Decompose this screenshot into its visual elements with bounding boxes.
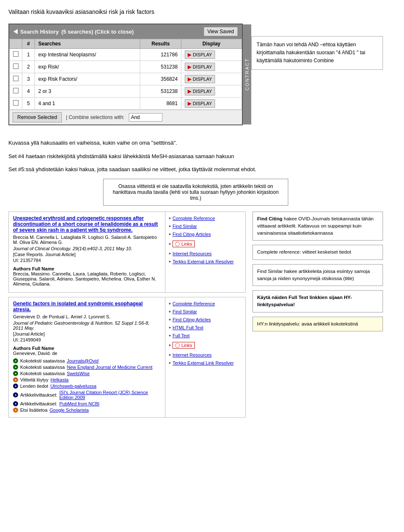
link-type-icon: ● [13,384,18,389]
link-url[interactable]: PubMed from NCBI [59,401,99,406]
right-link[interactable]: Internet Resources [173,352,212,357]
article-1-authors-label: Authors Full Name [13,266,161,271]
combine-input[interactable] [129,113,162,122]
article-2-ui: UI: 21499049 [13,337,161,342]
right-link-item[interactable]: • Find Similar [169,223,242,229]
bullet-icon: • [169,241,171,247]
link-item[interactable]: ● Kokoteksti saatavissa New England Jour… [13,365,161,370]
display-button[interactable]: ▶ DISPLAY [185,63,215,71]
row-checkbox[interactable] [13,88,19,93]
row-checkbox[interactable] [13,76,19,81]
complete-ref-callout: Complete reference: viitteet keskeiset t… [252,245,383,259]
link-url[interactable]: New England Journal of Medicine Current [67,365,153,370]
right-link-item[interactable]: • Complete Reference [169,301,242,307]
search-history-table: # Searches Results Display 1 exp Intesti… [9,39,242,110]
links-item[interactable]: • ◯ Links [169,239,242,249]
right-link-item[interactable]: • Terkko External Link Resolver [169,259,242,265]
article-1-title[interactable]: Unexpected erythroid and cytogenetic res… [13,215,161,233]
links-badge[interactable]: ◯ Links [173,342,195,349]
right-link[interactable]: Terkko External Link Resolver [173,360,234,365]
link-text-label: Etsi lisätietoa [20,408,48,413]
right-link[interactable]: Find Citing Articles [173,317,211,322]
contract-bar[interactable]: CONTRACT [243,24,251,124]
remove-selected-button[interactable]: Remove Selected [13,112,62,122]
right-link[interactable]: Complete Reference [173,301,215,306]
link-url[interactable]: ISI's Journal Citation Report (JCR) Scie… [59,390,161,400]
display-button[interactable]: ▶ DISPLAY [185,99,215,108]
col-results: Results [140,39,181,49]
article-2-authors: Genevieve D. de Pontual L. Amiel J. Lyon… [13,314,161,319]
link-text-label: Lenden tiedot [20,384,48,389]
link-url[interactable]: SwetsWise [67,371,90,376]
display-button[interactable]: ▶ DISPLAY [185,50,215,59]
right-link[interactable]: Internet Resources [173,251,212,256]
right-link[interactable]: Terkko External Link Resolver [173,259,234,264]
bullet-icon: • [169,309,171,315]
bullet-icon: • [169,223,171,229]
link-url[interactable]: Google Scholarista [50,408,89,413]
right-link-item[interactable]: • HTML Full Text [169,325,242,331]
link-text-label: Artikkelivittaukset: [20,401,57,406]
display-button[interactable]: ▶ DISPLAY [185,75,215,83]
article-2-type: [Journal Article] [13,331,161,336]
right-link-item[interactable]: • Complete Reference [169,215,242,221]
row-number: 2 [22,61,35,73]
table-row: 3 exp Risk Factors/ 356824 ▶ DISPLAY [10,73,242,85]
row-display: ▶ DISPLAY [181,49,242,61]
row-display: ▶ DISPLAY [181,61,242,73]
right-link-item[interactable]: • Internet Resources [169,251,242,257]
right-link-item[interactable]: • Find Citing Articles [169,317,242,323]
links-item[interactable]: • ◯ Links [169,341,242,350]
collapse-triangle[interactable] [13,29,18,34]
row-checkbox[interactable] [13,64,19,69]
link-url[interactable]: Helkasta [50,377,69,382]
row-checkbox[interactable] [13,51,19,57]
row-number: 5 [22,98,35,110]
display-arrow-icon: ▶ [188,76,191,82]
find-similar-callout: Find Similar hakee artikkeleita joissa e… [252,264,383,286]
article-2-journal: Journal of Pediatric Gastroenterology & … [13,320,161,331]
right-link-item[interactable]: • Full Text [169,333,242,339]
page-title: Valitaan riskiä kuvaaviksi asiasanoiksi … [8,8,383,15]
right-link[interactable]: HTML Full Text [173,325,203,330]
right-link[interactable]: Complete Reference [173,216,215,221]
link-item[interactable]: ● Lenden tiedot Ulrichsweb-palvelussa [13,384,161,389]
right-link-item[interactable]: • Find Citing Articles [169,231,242,237]
col-searches: Searches [35,39,140,49]
right-link[interactable]: Find Similar [173,309,197,314]
link-item[interactable]: ● Kokoteksti saatavissa Journals@Ovid [13,358,161,363]
link-item[interactable]: ● Viitteitä löytyy Helkasta [13,377,161,382]
article-1: Unexpected erythroid and cytogenetic res… [8,212,246,293]
search-history-header: Search History (5 searches) (Click to cl… [9,24,242,39]
table-row: 5 4 and 1 8681 ▶ DISPLAY [10,98,242,110]
link-text-label: Kokoteksti saatavissa [20,365,65,370]
article-2-title[interactable]: Genetic factors in isolated and syndromi… [13,301,161,312]
right-link-item[interactable]: • Terkko External Link Resolver [169,360,242,366]
table-row: 1 exp Intestinal Neoplasms/ 121786 ▶ DIS… [10,49,242,61]
row-number: 4 [22,85,35,98]
row-display: ▶ DISPLAY [181,98,242,110]
link-url[interactable]: Journals@Ovid [67,358,98,363]
search-history-meta[interactable]: (5 searches) (Click to close) [61,29,134,35]
right-link[interactable]: Find Citing Articles [173,232,211,237]
display-arrow-icon: ▶ [188,64,191,70]
right-link-item[interactable]: • Internet Resources [169,352,242,358]
link-item[interactable]: ● Etsi lisätietoa Google Scholarista [13,408,161,413]
link-item[interactable]: ● Artikkelivittaukset: ISI's Journal Cit… [13,390,161,400]
col-display: Display [181,39,242,49]
link-item[interactable]: ● Kokoteksti saatavissa SwetsWise [13,371,161,376]
right-link[interactable]: Full Text [173,333,190,338]
right-link[interactable]: Find Similar [173,224,197,229]
display-button[interactable]: ▶ DISPLAY [185,87,215,95]
view-saved-button[interactable]: View Saved [204,27,238,36]
article-2-authors-full: Genevieve, David. de [13,351,161,356]
links-badge[interactable]: ◯ Links [173,241,195,247]
right-link-item[interactable]: • Find Similar [169,309,242,315]
bullet-icon: • [169,215,171,221]
row-display: ▶ DISPLAY [181,73,242,85]
link-item[interactable]: ● Artikkelivittaukset: PubMed from NCBI [13,401,161,406]
row-checkbox[interactable] [13,100,19,106]
link-text-label: Artikkelivittaukset: [20,392,57,397]
article-1-ui: UI: 21357784 [13,258,161,263]
link-url[interactable]: Ulrichsweb-palvelussa [50,384,96,389]
